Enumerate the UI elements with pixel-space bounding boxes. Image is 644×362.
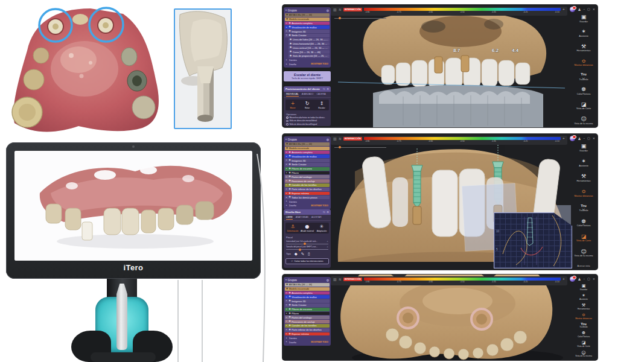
group-item-mesh-view[interactable]: ▸◉Visualización de mallas [285, 154, 330, 158]
visibility-icon[interactable]: ◉ [286, 288, 288, 290]
visibility-icon[interactable]: ◉ [289, 151, 291, 154]
option-all-directions[interactable]: Mover/escalar/rotar en todas las direcc. [284, 116, 331, 119]
visibility-icon[interactable]: ◉ [289, 159, 291, 162]
visibility-icon[interactable]: ◉ [286, 143, 288, 145]
visibility-icon[interactable]: ◉ [289, 22, 291, 25]
visibility-icon[interactable]: ◉ [289, 304, 291, 306]
visibility-icon[interactable]: ◉ [286, 14, 288, 16]
group-item-lip-line[interactable]: ◉Línea del labio [16 — 26, 36 — 46] [289, 38, 330, 42]
toolbar-asistente[interactable]: ✶Asistente [570, 29, 597, 37]
group-item-teeth[interactable]: ▸Dientes [285, 200, 330, 203]
toolbar-vista-escena[interactable]: ☺Vista de la escena [570, 249, 597, 258]
layers-icon[interactable]: ▥ [333, 278, 337, 281]
opacity-slider[interactable] [334, 146, 386, 148]
visibility-icon[interactable]: ◉ [289, 180, 291, 182]
slider-knob[interactable] [299, 249, 301, 251]
show-all-button[interactable]: MOSTRAR TODO [311, 63, 328, 65]
toolbar-vista-escena[interactable]: ☺Vista de la escena [570, 116, 597, 125]
pen-icon[interactable]: ✎ [301, 252, 304, 256]
group-item-full-anatomy[interactable]: ▸◉Anatomía completa [285, 291, 330, 295]
colorbar-settings-icon[interactable]: + [563, 137, 565, 140]
toolbar-color-textura[interactable]: ☸Color/Textura [570, 219, 597, 227]
distance-map-icon[interactable]: ≋ [339, 278, 342, 281]
user-icon[interactable]: ♟ [578, 137, 581, 141]
toolbar-herramientas[interactable]: ⚒Herramientas [570, 44, 597, 52]
visibility-icon[interactable]: ◉ [289, 329, 291, 331]
minimize-button[interactable]: – [584, 278, 585, 281]
gear-icon[interactable]: ⚙ [327, 211, 329, 214]
group-item-screw-channels[interactable]: ▸◉Canales de los tornillos [285, 324, 330, 328]
group-item-design-bottoms[interactable]: ▸◉Parte inferior de los diseños [285, 188, 330, 191]
group-item-design[interactable]: ▸DiseñoMOSTRAR TODO [285, 340, 330, 344]
show-all-button[interactable]: MOSTRAR TODO [311, 341, 328, 343]
group-item-design-bottoms[interactable]: ▸◉Parte inferior de los diseños [285, 328, 330, 332]
radio-icon[interactable] [286, 120, 289, 122]
group-item-analog-parts[interactable]: ▸◉Partes del análogo [285, 175, 330, 179]
add-material-tool-button[interactable]: ●Añadir material [300, 224, 314, 232]
group-item-scan-model[interactable]: ◉Modelo escaneado [285, 147, 330, 150]
groups-header[interactable]: ▾ Grupos ◍ [285, 138, 330, 142]
groups-filter-icon[interactable]: ◍ [327, 278, 329, 282]
groups-filter-icon[interactable]: ◍ [327, 138, 329, 141]
toolbar-color-textura[interactable]: ☸Color/Textura [570, 331, 597, 338]
minimize-button[interactable]: – [584, 8, 585, 11]
group-item-teeth[interactable]: ▸Dientes [285, 336, 330, 340]
tab-avanzado[interactable]: AVANZADO [302, 93, 314, 97]
deform-tool-button[interactable]: ⚓Deformación [285, 224, 300, 232]
tab-cadena[interactable]: CADENA [316, 93, 325, 97]
toolbar-asistente[interactable]: ✶Asistente [570, 159, 597, 167]
group-item-min-thickness[interactable]: ▸◉Espesor mínimo [285, 192, 330, 195]
colorbar-settings-icon[interactable]: + [563, 278, 565, 281]
toolbar-vista-de-corte[interactable]: ◪Vista de Corte [570, 341, 597, 348]
toolbar-guardar[interactable]: ▣Guardar [570, 284, 597, 291]
bucket-icon[interactable]: ▯ [308, 252, 310, 256]
group-item-anchor-positions[interactable]: ▸◉Posiciones de anclaje [285, 179, 330, 183]
group-item-min-thickness[interactable]: ▸◉Espesor mínimo [285, 332, 330, 336]
visibility-icon[interactable]: ◉ [289, 172, 291, 174]
toolbar-mostrar-distancias[interactable]: ≎Mostrar distancias [570, 313, 597, 320]
toolbar-guardar[interactable]: ▣Guardar [570, 14, 597, 23]
plus-icon[interactable]: + [327, 240, 328, 243]
slider-track[interactable] [286, 249, 328, 250]
slider-track[interactable] [286, 244, 328, 244]
minimize-button[interactable]: – [584, 137, 585, 140]
move-tool-button[interactable]: +Mover [285, 101, 300, 109]
visibility-icon[interactable]: ◉ [289, 176, 291, 178]
toolbar-vista-escena[interactable]: ☺Vista de la escena [570, 351, 597, 358]
close-button[interactable]: × [593, 278, 595, 281]
group-item-smile-creator[interactable]: ▸◉Smile Creator [285, 163, 330, 167]
group-item-antagonist[interactable]: ◉ANTAG.Ma [36 — 46] [285, 13, 330, 17]
maximize-button[interactable]: ▢ [587, 8, 590, 11]
visibility-icon[interactable]: ◉ [290, 55, 292, 57]
visibility-icon[interactable]: ◉ [289, 30, 291, 33]
groups-filter-icon[interactable]: ◍ [327, 8, 329, 12]
visibility-icon[interactable]: ◉ [289, 34, 291, 37]
visibility-icon[interactable]: ◉ [290, 43, 292, 45]
toolbar-asistente[interactable]: ✶Asistente [570, 294, 597, 300]
cut-intersections-button[interactable]: ✂ Cortar todas las intersecciones [285, 258, 329, 264]
toolbar-herramientas[interactable]: ⚒Herramientas [570, 174, 597, 182]
radio-icon[interactable] [286, 116, 289, 119]
groups-header[interactable]: ▾ Grupos ◍ [285, 8, 330, 13]
maximize-button[interactable]: ▢ [587, 137, 590, 140]
toolbar-mostrar-distancias[interactable]: ≎Mostrar distancias [570, 59, 597, 67]
user-icon[interactable]: ♟ [578, 278, 581, 281]
toolbar-trusmile[interactable]: Tru◡TruSmile [570, 73, 597, 81]
tab-libre[interactable]: LIBRE [286, 216, 293, 220]
option-buccal-lingual[interactable]: Sólo en dirección bucal/lingual [284, 122, 331, 126]
close-button[interactable]: × [593, 8, 595, 11]
group-item-abutments[interactable]: ▸◉Pilares [285, 312, 330, 316]
group-item-scan-model[interactable]: ◉Modelo escaneado [285, 287, 330, 291]
close-button[interactable]: × [593, 137, 595, 140]
visibility-icon[interactable]: ◉ [286, 18, 288, 21]
group-item-horizontal-line[interactable]: ◉Línea horizontal [16 — 26, 36 — 46] [289, 42, 330, 46]
gear-icon[interactable]: ⚙ [327, 87, 329, 91]
visibility-icon[interactable]: ◉ [289, 196, 291, 198]
visibility-icon[interactable]: ◉ [289, 168, 291, 170]
group-item-scan-abutments[interactable]: ▸◉Pilares de escaneo [285, 308, 330, 311]
tab-anatomias[interactable]: ANATOMÍAS [296, 216, 308, 220]
cross-section-inset[interactable]: 10 5 [494, 212, 572, 268]
user-icon[interactable]: ♟ [578, 8, 581, 11]
toolbar-trusmile[interactable]: TruTruSmile [570, 323, 597, 329]
toolbar-color-textura[interactable]: ☸Color/Textura [570, 87, 597, 95]
